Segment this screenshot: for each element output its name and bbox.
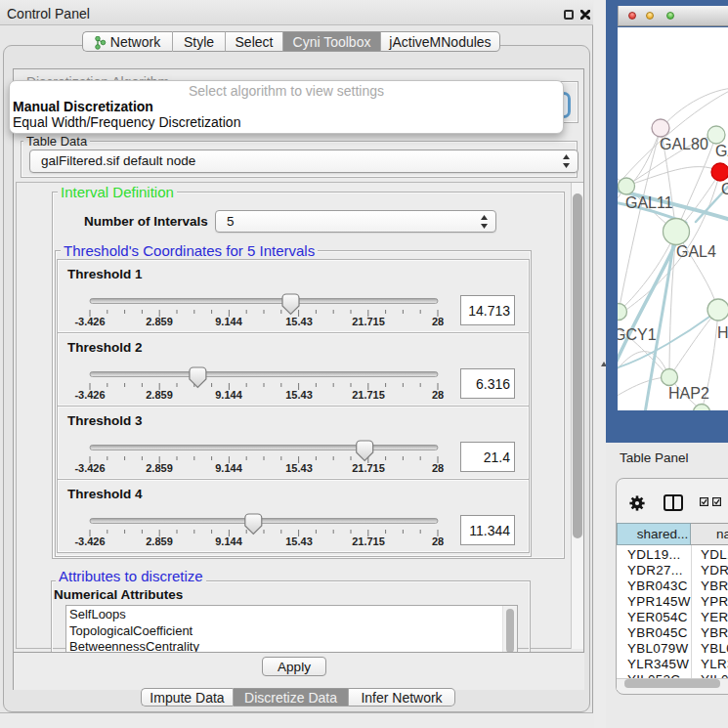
svg-text:GAL80: GAL80 [660, 136, 708, 152]
svg-text:GCY1: GCY1 [618, 326, 657, 343]
svg-text:HI: HI [717, 324, 728, 341]
svg-text:GAL11: GAL11 [625, 194, 673, 211]
svg-text:C: C [721, 181, 728, 197]
svg-text:GAL4: GAL4 [676, 243, 716, 260]
svg-text:GA: GA [715, 143, 728, 159]
svg-text:HAP2: HAP2 [668, 385, 709, 402]
